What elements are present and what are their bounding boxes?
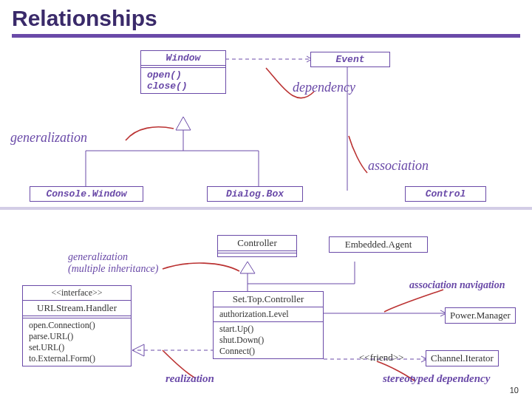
svg-marker-0: [176, 117, 191, 130]
svg-marker-2: [132, 344, 144, 356]
urlhandler-stereotype: <<interface>>: [23, 286, 131, 301]
class-window-ops: open() close(): [141, 68, 225, 93]
label-assoc-nav: association navigation: [409, 279, 505, 291]
class-dialogbox: Dialog.Box: [207, 186, 303, 202]
stc-prop: authorization.Level: [214, 307, 323, 322]
interface-urlhandler: <<interface>> URLStream.Handler open.Con…: [22, 285, 132, 366]
urlhandler-name: URLStream.Handler: [23, 301, 131, 316]
label-gen-multi: generalization (multiple inheritance): [68, 251, 158, 275]
label-stereo-dep: stereotyped dependency: [383, 372, 490, 385]
class-embeddedagent: Embedded.Agent: [329, 236, 428, 253]
class-settopcontroller: Set.Top.Controller authorization.Level s…: [213, 291, 324, 359]
class-channeliterator: Channel.Iterator: [426, 350, 499, 366]
class-window: Window open() close(): [140, 50, 226, 94]
stereotype-friend: <<friend>>: [359, 352, 403, 364]
page-number: 10: [510, 386, 519, 395]
label-association: association: [368, 158, 429, 174]
label-generalization: generalization: [10, 130, 87, 146]
svg-marker-1: [240, 262, 255, 273]
urlhandler-ops: open.Connection() parse.URL() set.URL() …: [23, 318, 131, 366]
class-controller: Controller: [217, 235, 297, 257]
title-underline: [12, 34, 520, 38]
class-controller-name: Controller: [218, 236, 296, 251]
label-dependency: dependency: [293, 80, 355, 95]
stc-ops: start.Up() shut.Down() Connect(): [214, 322, 323, 358]
class-control: Control: [405, 186, 486, 202]
class-consolewindow: Console.Window: [30, 186, 143, 202]
class-powermanager: Power.Manager: [445, 307, 516, 324]
class-event: Event: [310, 52, 390, 67]
diagram-stage: Window open() close() Event generalizati…: [0, 40, 532, 399]
label-realization: realization: [166, 372, 214, 385]
page-title: Relationships: [0, 0, 532, 34]
stc-name: Set.Top.Controller: [214, 292, 323, 307]
section-divider: [0, 207, 532, 210]
class-window-name: Window: [141, 51, 225, 66]
class-controller-ops: [218, 253, 296, 256]
